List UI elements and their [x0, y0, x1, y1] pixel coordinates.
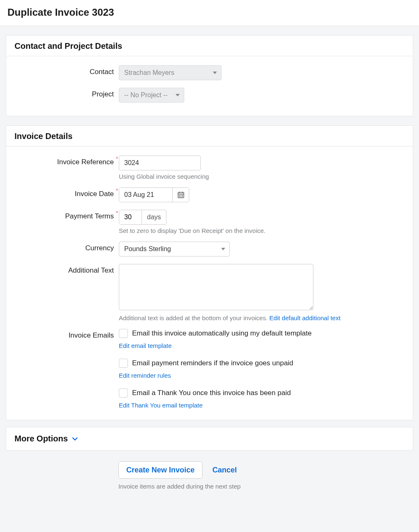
currency-select[interactable]: Pounds Sterling [119, 242, 230, 256]
contact-label: Contact [14, 65, 119, 76]
terms-unit: days [142, 210, 166, 224]
additional-label: Additional Text [14, 264, 119, 275]
email-auto-label: Email this invoice automatically using m… [132, 329, 312, 338]
edit-email-template-link[interactable]: Edit email template [119, 342, 172, 349]
terms-input-group: days [119, 210, 166, 225]
svg-rect-4 [179, 195, 180, 196]
calendar-icon [178, 192, 184, 198]
more-options-label: More Options [14, 434, 68, 443]
form-actions: Create New Invoice Cancel Invoice items … [6, 461, 413, 490]
page-header: Duplicate Invoice 3023 [0, 0, 419, 26]
panel-contact-project: Contact and Project Details Contact Stra… [6, 35, 413, 116]
contact-select[interactable]: Strachan Meyers [119, 65, 222, 80]
panel-header: Invoice Details [6, 126, 413, 146]
currency-value: Pounds Sterling [124, 245, 171, 253]
project-value: -- No Project -- [124, 91, 168, 99]
chevron-down-icon [176, 94, 180, 96]
section-heading: Invoice Details [14, 132, 405, 141]
terms-help: Set to zero to display 'Due on Receipt' … [119, 227, 405, 234]
currency-label: Currency [14, 242, 119, 252]
reference-help: Using Global invoice sequencing [119, 173, 405, 180]
additional-textarea[interactable] [119, 264, 313, 310]
project-select[interactable]: -- No Project -- [119, 88, 184, 103]
svg-rect-8 [181, 196, 181, 197]
edit-additional-text-link[interactable]: Edit default additional text [270, 314, 341, 321]
chevron-down-icon [72, 436, 78, 442]
panel-header: Contact and Project Details [6, 36, 413, 56]
chevron-down-icon [213, 72, 217, 74]
chevron-down-icon [221, 248, 225, 250]
email-thankyou-checkbox[interactable] [119, 388, 128, 398]
email-reminder-checkbox[interactable] [119, 359, 128, 368]
project-label: Project [14, 88, 119, 98]
page-title: Duplicate Invoice 3023 [7, 7, 412, 18]
email-reminder-label: Email payment reminders if the invoice g… [132, 359, 293, 367]
date-input-group: 03 Aug 21 [119, 187, 189, 202]
svg-rect-5 [181, 195, 181, 196]
section-heading: Contact and Project Details [14, 41, 405, 51]
edit-thankyou-template-link[interactable]: Edit Thank You email template [119, 402, 202, 409]
edit-reminder-rules-link[interactable]: Edit reminder rules [119, 372, 171, 379]
reference-input[interactable] [119, 156, 201, 170]
svg-rect-9 [182, 196, 183, 197]
email-thankyou-label: Email a Thank You once this invoice has … [132, 389, 291, 397]
svg-rect-7 [179, 196, 180, 197]
panel-invoice-details: Invoice Details Invoice Reference Using … [6, 125, 413, 420]
contact-value: Strachan Meyers [124, 69, 174, 77]
actions-help: Invoice items are added during the next … [118, 483, 413, 490]
emails-label: Invoice Emails [14, 329, 119, 340]
terms-input[interactable] [119, 210, 142, 224]
date-input[interactable]: 03 Aug 21 [119, 188, 172, 202]
additional-help: Additional text is added at the bottom o… [119, 314, 405, 321]
date-label: Invoice Date [14, 187, 119, 198]
email-auto-checkbox[interactable] [119, 329, 128, 338]
create-invoice-button[interactable]: Create New Invoice [118, 461, 202, 479]
terms-label: Payment Terms [14, 210, 119, 220]
more-options-toggle[interactable]: More Options [6, 427, 413, 451]
svg-rect-6 [182, 195, 183, 196]
cancel-button[interactable]: Cancel [212, 461, 237, 479]
reference-label: Invoice Reference [14, 156, 119, 166]
calendar-button[interactable] [172, 188, 189, 202]
